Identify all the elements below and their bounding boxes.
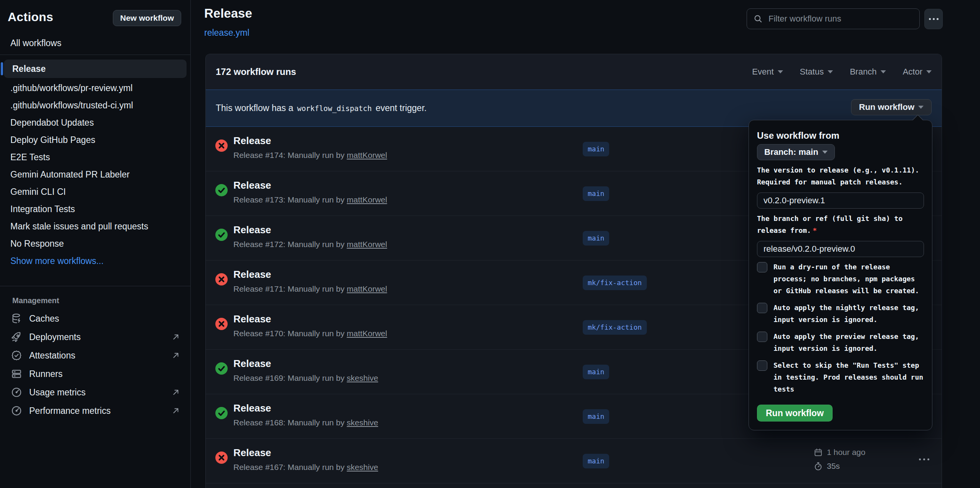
run-duration: 35s [813, 460, 865, 472]
popup-heading: Use workflow from [757, 130, 924, 141]
popup-checkboxes: Run a dry-run of the release process; no… [757, 261, 924, 395]
run-title-link[interactable]: Release [233, 224, 271, 236]
workflow-item-label: .github/workflows/trusted-ci.yml [10, 100, 133, 111]
management-item[interactable]: Performance metrics [0, 402, 190, 420]
run-options-kebab[interactable] [919, 458, 929, 460]
run-workflow-button[interactable]: Run workflow [851, 99, 932, 115]
sidebar-workflow-item[interactable]: .github/workflows/trusted-ci.yml [0, 97, 190, 114]
run-actor-link[interactable]: skeshive [347, 463, 378, 471]
show-more-workflows-link[interactable]: Show more workflows... [0, 252, 190, 270]
sidebar-workflow-item[interactable]: Dependabot Updates [0, 114, 190, 131]
branch-badge[interactable]: main [583, 454, 609, 468]
input-label: The version to release (e.g., v0.1.11). … [757, 164, 924, 188]
failure-status-icon [215, 139, 228, 152]
branch-selector-button[interactable]: Branch: main [757, 144, 835, 160]
run-actor-link[interactable]: mattKorwel [347, 329, 387, 338]
runs-filter-dropdown[interactable]: Status [800, 67, 833, 77]
branch-badge[interactable]: main [583, 142, 609, 156]
workflow-input-field[interactable] [757, 241, 924, 257]
run-description: Release #172: Manually run by mattKorwel [233, 240, 387, 249]
chevron-down-icon [881, 70, 886, 73]
run-description: Release #170: Manually run by mattKorwel [233, 329, 387, 338]
sidebar-item-all-workflows[interactable]: All workflows [10, 38, 190, 48]
branch-badge[interactable]: mk/fix-action [583, 276, 647, 290]
workflow-run-row[interactable]: Release Release #167: Manually run by sk… [206, 439, 942, 483]
run-actor-link[interactable]: skeshive [347, 373, 378, 382]
run-title-link[interactable]: Release [233, 402, 271, 414]
branch-badge[interactable]: main [583, 231, 609, 246]
runs-filter-dropdown[interactable]: Event [752, 67, 783, 77]
run-title-link[interactable]: Release [233, 269, 271, 281]
checkbox[interactable] [757, 303, 767, 313]
banner-text-prefix: This workflow has a [216, 103, 293, 113]
run-actor-link[interactable]: skeshive [347, 418, 378, 427]
runs-filter-label: Status [800, 67, 824, 77]
run-title-link[interactable]: Release [233, 313, 271, 325]
sidebar-workflow-item[interactable]: Mark stale issues and pull requests [0, 218, 190, 235]
management-item[interactable]: Deployments [0, 328, 190, 346]
run-info: Release #168: Manually run by [233, 418, 345, 427]
run-description: Release #174: Manually run by mattKorwel [233, 151, 387, 160]
success-status-icon [215, 229, 228, 241]
checkbox-row: Auto apply the nightly release tag, inpu… [757, 302, 924, 325]
filter-workflow-runs-input[interactable] [768, 14, 913, 24]
branch-badge[interactable]: mk/fix-action [583, 320, 647, 335]
sidebar-workflow-item[interactable]: E2E Tests [0, 149, 190, 166]
workflow-input-field[interactable] [757, 193, 924, 209]
workflow-file-link[interactable]: release.yml [204, 28, 250, 38]
runs-filter-dropdown[interactable]: Actor [903, 67, 932, 77]
management-item[interactable]: Caches [0, 309, 190, 328]
run-actor-link[interactable]: mattKorwel [347, 240, 387, 249]
branch-badge[interactable]: main [583, 365, 609, 379]
sidebar-divider [0, 55, 190, 55]
banner-text-suffix: event trigger. [375, 103, 426, 113]
management-item[interactable]: Runners [0, 365, 190, 383]
sidebar-workflow-item[interactable]: .github/workflows/pr-review.yml [0, 80, 190, 97]
branch-badge[interactable]: main [583, 186, 609, 201]
new-workflow-button[interactable]: New workflow [113, 10, 181, 26]
run-title-link[interactable]: Release [233, 135, 271, 147]
chevron-down-icon [926, 70, 932, 73]
success-status-icon [215, 407, 228, 419]
run-info: Release #172: Manually run by [233, 240, 345, 249]
sidebar-workflow-item[interactable]: Release [4, 60, 187, 78]
run-title-link[interactable]: Release [233, 179, 271, 191]
popup-fields: The version to release (e.g., v0.1.11). … [757, 164, 924, 257]
workflow-item-label: .github/workflows/pr-review.yml [10, 83, 132, 93]
checkbox[interactable] [757, 262, 767, 272]
management-item[interactable]: Usage metrics [0, 383, 190, 402]
management-heading: Management [12, 296, 190, 305]
management-item-label: Performance metrics [29, 406, 171, 416]
sidebar-workflow-item[interactable]: Deploy GitHub Pages [0, 131, 190, 149]
run-info: Release #174: Manually run by [233, 151, 345, 159]
sidebar-header: Actions New workflow [0, 0, 190, 26]
management-item[interactable]: Attestations [0, 346, 190, 365]
management-item-label: Runners [29, 369, 180, 379]
run-info: Release #170: Manually run by [233, 329, 345, 338]
sidebar-workflow-item[interactable]: Gemini CLI CI [0, 183, 190, 201]
run-description: Release #169: Manually run by skeshive [233, 373, 378, 383]
run-title-link[interactable]: Release [233, 447, 271, 459]
run-actor-link[interactable]: mattKorwel [347, 195, 387, 204]
management-item-label: Deployments [29, 332, 171, 342]
runs-filter-label: Actor [903, 67, 922, 77]
checkbox[interactable] [757, 360, 767, 371]
run-actor-link[interactable]: mattKorwel [347, 284, 387, 293]
branch-badge[interactable]: main [583, 409, 609, 424]
run-info: Release #173: Manually run by [233, 195, 345, 204]
runs-filter-dropdown[interactable]: Branch [850, 67, 886, 77]
run-actor-link[interactable]: mattKorwel [347, 151, 387, 159]
run-workflow-submit-button[interactable]: Run workflow [757, 405, 833, 422]
run-description: Release #168: Manually run by skeshive [233, 418, 378, 427]
sidebar-workflow-item[interactable]: Gemini Automated PR Labeler [0, 166, 190, 183]
workflow-item-label: Mark stale issues and pull requests [10, 221, 148, 232]
checkbox-label: Select to skip the "Run Tests" step in t… [773, 359, 924, 395]
sidebar-workflow-item[interactable]: Integration Tests [0, 201, 190, 218]
kebab-dot [923, 458, 925, 460]
checkbox[interactable] [757, 332, 767, 342]
run-title-link[interactable]: Release [233, 358, 271, 370]
workflow-options-kebab-button[interactable] [924, 9, 943, 29]
chevron-down-icon [822, 151, 828, 154]
sidebar-workflow-item[interactable]: No Response [0, 235, 190, 252]
required-asterisk: * [813, 226, 817, 234]
